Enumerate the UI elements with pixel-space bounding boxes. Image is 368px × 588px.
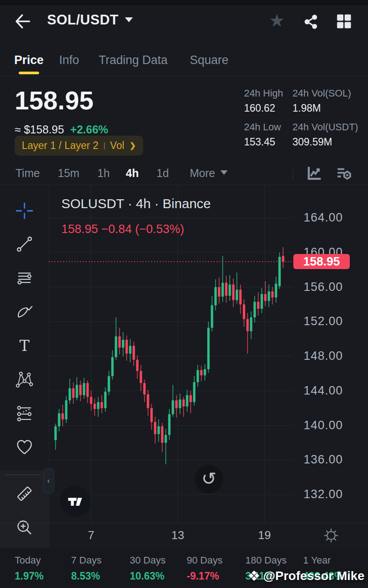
markets-grid-button[interactable] <box>336 14 352 30</box>
share-icon <box>303 14 319 30</box>
perf-stat-label: 90 Days <box>187 555 223 566</box>
tool-text[interactable]: T <box>15 336 34 355</box>
text-icon: T <box>15 336 34 355</box>
perf-stat-label: 30 Days <box>130 555 166 566</box>
fiat-price: ≈ $158.95 <box>15 123 64 136</box>
perf-stat-today: Today1.97% <box>15 555 44 582</box>
active-tab-underline <box>19 72 39 74</box>
back-arrow-icon <box>12 12 32 31</box>
chevron-right-icon: ❯ <box>130 141 136 150</box>
perf-stat-value: 8.53% <box>71 570 101 582</box>
heart-icon <box>15 438 34 457</box>
perf-stat-30-days: 30 Days10.63% <box>130 555 166 582</box>
ruler-icon <box>15 484 34 503</box>
stat-value-24h-vol-sol: 1.98M <box>292 102 321 114</box>
reset-chart-button[interactable]: ↺ <box>195 465 223 493</box>
stat-value-24h-high: 160.62 <box>244 102 275 114</box>
badge-divider <box>104 142 105 149</box>
x-axis-label: 7 <box>88 528 94 542</box>
y-axis-label: 152.00 <box>304 314 343 328</box>
interval-time[interactable]: Time <box>16 167 40 180</box>
trend-line-icon <box>15 234 34 254</box>
top-tabs: PriceInfoTrading DataSquare <box>0 50 368 76</box>
status-bar <box>0 0 368 5</box>
tradingview-icon <box>66 492 84 510</box>
perf-stat-label: Today <box>15 555 44 566</box>
binance-diamond-icon: ❖ <box>248 568 260 584</box>
stat-label-24h-high: 24h High <box>244 88 283 99</box>
crosshair-icon <box>15 201 34 221</box>
perf-stat-label: 180 Days <box>245 555 287 566</box>
tool-crosshair[interactable] <box>15 201 34 221</box>
chart-style-button[interactable] <box>306 165 322 181</box>
perf-stat-90-days: 90 Days-9.17% <box>187 555 223 582</box>
change-percent: +2.66% <box>70 123 108 136</box>
x-axis-label: 19 <box>258 528 271 542</box>
indicators-button[interactable] <box>336 165 352 181</box>
chart-title: SOLUSDT · 4h · Binance <box>61 196 211 211</box>
svg-text:T: T <box>20 337 30 354</box>
interval-1d[interactable]: 1d <box>156 167 169 180</box>
watermark: ❖ @Professor Mike <box>248 568 364 584</box>
stat-label-24h-vol-sol: 24h Vol(SOL) <box>292 88 351 99</box>
projection-icon <box>15 404 34 423</box>
share-button[interactable] <box>303 14 319 30</box>
y-axis-label: 132.00 <box>304 487 343 501</box>
chart-ohlc-quote: 158.95 −0.84 (−0.53%) <box>61 222 184 236</box>
chevron-down-icon <box>220 170 228 175</box>
tab-price[interactable]: Price <box>14 53 44 67</box>
interval-more[interactable]: More <box>190 167 228 180</box>
brush-icon <box>15 302 34 321</box>
perf-stat-value: 10.63% <box>130 570 166 582</box>
y-axis-label: 140.00 <box>304 419 343 432</box>
category-label: Layer 1 / Layer 2 <box>22 140 99 152</box>
xabcd-pattern-icon <box>15 370 34 389</box>
pair-selector[interactable]: SOL/USDT <box>47 12 133 28</box>
last-price-tag: 158.95 <box>293 254 350 269</box>
interval-4h[interactable]: 4h <box>126 167 139 180</box>
tool-horizontal-lines[interactable] <box>15 268 34 287</box>
refresh-icon: ↺ <box>201 469 216 488</box>
interval-1h[interactable]: 1h <box>97 167 110 180</box>
tab-square[interactable]: Square <box>190 53 228 67</box>
indicators-icon <box>336 165 352 181</box>
favorite-star-icon[interactable]: ★ <box>269 11 285 30</box>
perf-stat-value: 1.97% <box>15 570 44 582</box>
pair-title: SOL/USDT <box>47 12 119 28</box>
vol-label: Vol <box>110 140 124 152</box>
perf-stat-label: 1 Year <box>303 555 344 566</box>
chevron-down-icon <box>125 17 133 22</box>
tool-xabcd-pattern[interactable] <box>15 370 34 389</box>
tool-measure[interactable] <box>15 484 34 503</box>
tradingview-logo[interactable] <box>60 486 91 517</box>
y-axis-label: 136.00 <box>304 453 343 467</box>
y-axis-label: 164.00 <box>304 211 343 225</box>
back-button[interactable] <box>12 12 32 31</box>
line-chart-icon <box>306 165 322 181</box>
y-axis-label: 148.00 <box>304 349 343 363</box>
tab-trading-data[interactable]: Trading Data <box>99 53 168 67</box>
perf-stat-value: -9.17% <box>187 570 223 582</box>
stat-label-24h-vol-usdt: 24h Vol(USDT) <box>292 121 358 133</box>
tool-favorites[interactable] <box>15 438 34 457</box>
tool-projection[interactable] <box>15 404 34 423</box>
horizontal-lines-icon <box>15 268 34 287</box>
tool-brush[interactable] <box>15 302 34 321</box>
perf-stat-7-days: 7 Days8.53% <box>71 555 101 582</box>
stat-value-24h-low: 153.45 <box>244 136 275 148</box>
grid-icon <box>336 14 352 29</box>
x-axis: 71319 <box>0 523 368 549</box>
perf-stat-label: 7 Days <box>71 555 101 566</box>
tool-trend-line[interactable] <box>15 234 34 254</box>
y-axis-label: 156.00 <box>304 280 343 294</box>
interval-15m[interactable]: 15m <box>58 167 80 180</box>
category-badge[interactable]: Layer 1 / Layer 2 Vol ❯ <box>15 136 143 156</box>
watermark-text: @Professor Mike <box>263 569 364 583</box>
y-axis-label: 144.00 <box>304 384 343 398</box>
tab-info[interactable]: Info <box>59 53 79 67</box>
stat-value-24h-vol-usdt: 309.59M <box>292 136 332 148</box>
stat-label-24h-low: 24h Low <box>244 121 281 133</box>
fiat-row: ≈ $158.95 +2.66% <box>15 123 108 136</box>
brightness-button[interactable] <box>323 528 339 544</box>
last-price: 158.95 <box>15 85 93 115</box>
